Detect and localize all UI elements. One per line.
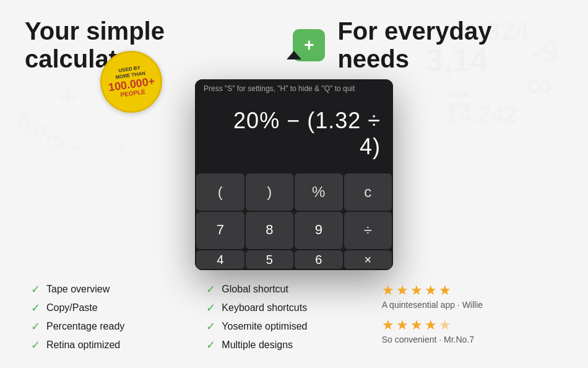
feature-item: ✓Global shortcut <box>206 283 381 296</box>
checkmark-icon: ✓ <box>31 320 40 333</box>
calc-btn-)[interactable]: ) <box>246 173 294 211</box>
calculator: Press "S" for settings, "H" to hide & "Q… <box>195 79 393 270</box>
feature-label: Retina optimized <box>46 340 120 351</box>
calc-btn-%[interactable]: % <box>295 173 343 211</box>
calculator-hint: Press "S" for settings, "H" to hide & "Q… <box>195 79 393 98</box>
checkmark-icon: ✓ <box>31 338 40 352</box>
star-icon: ★ <box>382 317 394 333</box>
star-icon: ★ <box>382 283 394 299</box>
header: Your simple calculator + For everyday ne… <box>0 0 588 73</box>
checkmark-icon: ✓ <box>206 320 215 333</box>
calc-btn-÷[interactable]: ÷ <box>344 212 392 249</box>
features-col-1: ✓Tape overview✓Copy/Paste✓Percentage rea… <box>31 283 206 352</box>
feature-label: Tape overview <box>46 284 110 295</box>
feature-label: Percentage ready <box>46 321 124 332</box>
review-text: So convenient · Mr.No.7 <box>382 335 557 344</box>
feature-item: ✓Percentage ready <box>31 320 206 333</box>
review-block: ★★★★★So convenient · Mr.No.7 <box>382 317 557 344</box>
checkmark-icon: ✓ <box>31 283 40 296</box>
calc-btn-([interactable]: ( <box>196 173 244 211</box>
feature-label: Yosemite optimised <box>222 321 307 332</box>
calc-btn-4[interactable]: 4 <box>196 250 244 269</box>
reviews-col: ★★★★★A quintesential app · Willie★★★★★So… <box>382 283 557 352</box>
feature-label: Copy/Paste <box>46 302 98 313</box>
calculator-display: 20% − (1.32 ÷ 4) <box>195 98 393 172</box>
calculator-buttons: ()%c789÷456× <box>195 172 393 270</box>
main-content: Press "S" for settings, "H" to hide & "Q… <box>0 73 588 270</box>
calc-btn-7[interactable]: 7 <box>196 212 244 249</box>
feature-item: ✓Copy/Paste <box>31 301 206 315</box>
star-icon: ★ <box>410 283 423 299</box>
feature-label: Global shortcut <box>222 284 288 295</box>
review-text: A quintesential app · Willie <box>382 300 557 310</box>
calc-btn-9[interactable]: 9 <box>295 212 343 249</box>
feature-item: ✓Tape overview <box>31 283 206 296</box>
calc-btn-6[interactable]: 6 <box>295 250 343 269</box>
checkmark-icon: ✓ <box>31 301 40 315</box>
features-section: ✓Tape overview✓Copy/Paste✓Percentage rea… <box>0 270 588 352</box>
feature-label: Multiple designs <box>222 340 293 351</box>
checkmark-icon: ✓ <box>206 338 215 352</box>
header-title-right: For everyday needs <box>337 17 563 73</box>
star-icon: ★ <box>410 317 423 333</box>
star-icon: ★ <box>396 283 409 299</box>
star-icon: ★ <box>396 317 409 333</box>
calc-btn-c[interactable]: c <box>344 173 392 211</box>
calc-btn-5[interactable]: 5 <box>246 250 294 269</box>
feature-item: ✓Multiple designs <box>206 338 381 352</box>
tooltip-arrow <box>287 51 301 59</box>
feature-item: ✓Yosemite optimised <box>206 320 381 333</box>
feature-item: ✓Retina optimized <box>31 338 206 352</box>
star-icon: ★ <box>425 317 437 333</box>
feature-item: ✓Keyboard shortcuts <box>206 301 381 315</box>
feature-label: Keyboard shortcuts <box>222 302 307 313</box>
star-icon: ★ <box>439 317 451 333</box>
calculator-display-text: 20% − (1.32 ÷ 4) <box>207 108 381 160</box>
star-icon: ★ <box>425 283 437 299</box>
calc-btn-8[interactable]: 8 <box>246 212 294 249</box>
features-col-2: ✓Global shortcut✓Keyboard shortcuts✓Yose… <box>206 283 381 352</box>
checkmark-icon: ✓ <box>206 301 215 315</box>
checkmark-icon: ✓ <box>206 283 215 296</box>
review-block: ★★★★★A quintesential app · Willie <box>382 283 557 310</box>
calc-btn-×[interactable]: × <box>344 250 392 269</box>
stars: ★★★★★ <box>382 317 557 333</box>
stars: ★★★★★ <box>382 283 557 299</box>
star-icon: ★ <box>439 283 451 299</box>
